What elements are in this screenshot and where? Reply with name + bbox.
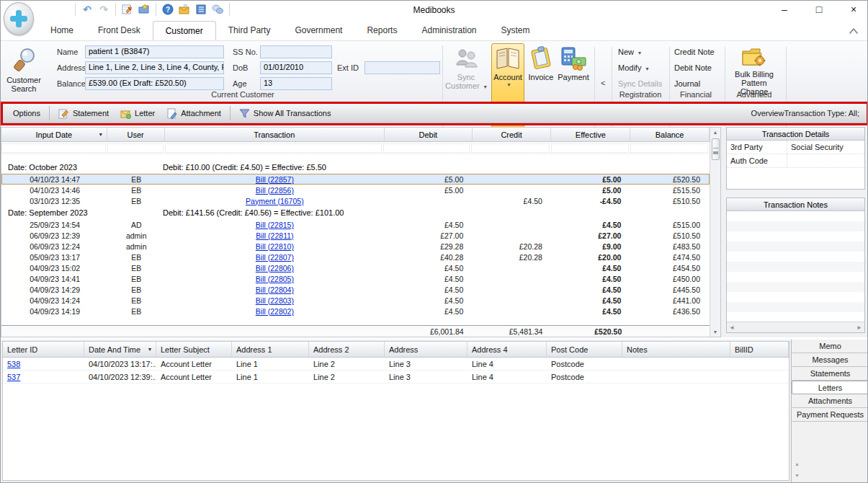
column-header-user[interactable]: User xyxy=(107,128,165,141)
ribbon-collapse-icon[interactable] xyxy=(849,27,860,37)
scroll-up-icon[interactable]: ▲ xyxy=(795,461,800,466)
transaction-link[interactable]: Payment (16705) xyxy=(246,197,304,205)
transaction-link[interactable]: Bill (22802) xyxy=(256,307,294,316)
tab-administration[interactable]: Administration xyxy=(409,21,488,40)
vertical-scrollbar[interactable]: ▲ ▼ xyxy=(710,128,720,337)
tab-home[interactable]: Home xyxy=(38,21,86,40)
sidebar-item-statements[interactable]: Statements xyxy=(792,367,868,381)
letter-id-link[interactable]: 537 xyxy=(7,373,20,381)
new-menu-item[interactable]: New ▾ xyxy=(618,46,671,58)
transaction-link[interactable]: Bill (22815) xyxy=(256,221,294,229)
transaction-row[interactable]: 05/09/23 13:17EBBill (22807)£40.28£20.28… xyxy=(1,252,710,262)
app-menu-button[interactable] xyxy=(4,2,34,35)
tab-front-desk[interactable]: Front Desk xyxy=(86,21,153,40)
tab-system[interactable]: System xyxy=(489,21,542,40)
transaction-link[interactable]: Bill (22803) xyxy=(256,296,294,305)
sync-details-menu-item[interactable]: Sync Details xyxy=(618,78,671,89)
transaction-row[interactable]: 25/09/23 14:54ADBill (22815)£4.50£4.50£5… xyxy=(1,219,710,230)
scroll-left-icon[interactable]: ◄ xyxy=(729,324,735,331)
column-header-debit[interactable]: Debit xyxy=(385,128,473,141)
transaction-link[interactable]: Bill (22810) xyxy=(256,242,294,251)
options-button[interactable]: Options xyxy=(7,107,46,120)
filter-cell-credit[interactable] xyxy=(471,143,549,153)
transaction-link[interactable]: Bill (22807) xyxy=(256,253,294,262)
age-field[interactable]: 13 xyxy=(260,77,332,90)
maximize-button[interactable]: □ xyxy=(811,2,827,17)
filter-cell-user[interactable] xyxy=(107,143,164,153)
tab-customer[interactable]: Customer xyxy=(153,21,216,40)
letter-row[interactable]: 53804/10/2023 13:17:…Account LetterLine … xyxy=(3,358,789,371)
sidebar-item-letters[interactable]: Letters xyxy=(792,381,868,394)
ssno-field[interactable] xyxy=(260,45,332,58)
column-header-address-2[interactable]: Address 2 xyxy=(309,342,385,357)
name-field[interactable]: patient 1 (B3847) xyxy=(85,45,224,58)
tab-reports[interactable]: Reports xyxy=(354,21,409,40)
transaction-row[interactable]: 04/09/23 14:19EBBill (22802)£4.50£4.50£4… xyxy=(1,306,710,316)
transaction-link[interactable]: Bill (22857) xyxy=(256,175,294,184)
dob-field[interactable]: 01/01/2010 xyxy=(260,61,332,74)
transaction-link[interactable]: Bill (22805) xyxy=(256,275,294,283)
column-header-date-and-time[interactable]: Date And Time▾ xyxy=(84,342,156,357)
filter-cell-input-date[interactable] xyxy=(1,143,106,153)
column-header-letter-id[interactable]: Letter ID xyxy=(3,342,84,357)
modify-menu-item[interactable]: Modify ▾ xyxy=(618,62,671,74)
address-field[interactable]: Line 1, Line 2, Line 3, Line 4, County, … xyxy=(85,61,224,74)
tab-third-party[interactable]: Third Party xyxy=(216,21,283,40)
column-header-address-4[interactable]: Address 4 xyxy=(467,342,547,357)
extid-field[interactable] xyxy=(364,61,440,74)
sidebar-item-memo[interactable]: Memo xyxy=(792,340,868,353)
transaction-row[interactable]: 04/09/23 14:24EBBill (22803)£4.50£4.50£4… xyxy=(1,295,710,306)
column-header-billid[interactable]: BillID xyxy=(730,342,789,357)
transaction-row[interactable]: 03/10/23 12:35EBPayment (16705)£4.50-£4.… xyxy=(1,195,710,206)
horizontal-scrollbar[interactable]: ◄ ► xyxy=(727,322,864,332)
tab-government[interactable]: Government xyxy=(282,21,354,40)
credit-note-menu-item[interactable]: Credit Note xyxy=(674,46,728,58)
column-header-input-date[interactable]: Input Date▾ xyxy=(1,128,107,141)
minimize-button[interactable]: – xyxy=(777,2,792,17)
transaction-row[interactable]: 04/09/23 14:29EBBill (22804)£4.50£4.50£4… xyxy=(1,284,710,295)
column-header-credit[interactable]: Credit xyxy=(473,128,552,141)
column-header-letter-subject[interactable]: Letter Subject xyxy=(156,342,232,357)
column-header-address[interactable]: Address xyxy=(385,342,467,357)
column-header-transaction[interactable]: Transaction xyxy=(165,128,385,141)
transaction-row[interactable]: 06/09/23 12:24adminBill (22810)£29.28£20… xyxy=(1,241,710,252)
letter-row[interactable]: 53704/10/2023 12:39:…Account LetterLine … xyxy=(3,371,789,384)
filter-dropdown-icon[interactable]: ▾ xyxy=(99,131,102,138)
statement-button[interactable]: Statement xyxy=(53,106,115,121)
scroll-right-icon[interactable]: ► xyxy=(856,324,862,331)
transaction-link[interactable]: Bill (22811) xyxy=(256,231,293,240)
transaction-row[interactable]: 04/09/23 15:02EBBill (22806)£4.50£4.50£4… xyxy=(1,262,710,273)
letter-id-link[interactable]: 538 xyxy=(7,360,20,368)
close-button[interactable]: × xyxy=(846,2,862,17)
sidebar-item-attachments[interactable]: Attachments xyxy=(792,394,868,408)
transaction-row[interactable]: 04/10/23 14:47EBBill (22857)£5.00£5.00£5… xyxy=(1,174,710,185)
balance-field[interactable]: £539.00 (Ex Draft: £520.50) xyxy=(85,77,224,90)
attachment-button[interactable]: Attachment xyxy=(161,106,227,121)
column-header-effective[interactable]: Effective xyxy=(551,128,630,141)
scrollbar-thumb[interactable] xyxy=(712,138,720,160)
letter-button[interactable]: Letter xyxy=(115,106,161,121)
scroll-up-icon[interactable]: ▲ xyxy=(713,128,718,137)
debit-note-menu-item[interactable]: Debit Note xyxy=(674,62,728,74)
filter-cell-transaction[interactable] xyxy=(165,143,382,153)
transaction-row[interactable]: 04/09/23 14:41EBBill (22805)£4.50£4.50£4… xyxy=(1,273,710,284)
column-header-notes[interactable]: Notes xyxy=(622,342,730,357)
transaction-row[interactable]: 06/09/23 12:39adminBill (22811)£27.00£27… xyxy=(1,230,710,241)
journal-menu-item[interactable]: Journal xyxy=(674,78,728,89)
transaction-link[interactable]: Bill (22806) xyxy=(256,264,294,272)
column-header-address-1[interactable]: Address 1 xyxy=(232,342,309,357)
sidebar-item-payment-requests[interactable]: Payment Requests xyxy=(792,408,868,422)
column-header-balance[interactable]: Balance xyxy=(630,128,710,141)
filter-dropdown-icon[interactable]: ▾ xyxy=(148,346,151,353)
column-header-post-code[interactable]: Post Code xyxy=(547,342,622,357)
filter-cell-balance[interactable] xyxy=(630,143,708,153)
scroll-down-icon[interactable]: ▼ xyxy=(795,473,800,478)
show-all-transactions-button[interactable]: Show All Transactions xyxy=(233,106,337,121)
sidebar-item-messages[interactable]: Messages xyxy=(792,353,868,367)
filter-cell-effective[interactable] xyxy=(551,143,629,153)
collapse-group-button[interactable]: < xyxy=(598,76,608,90)
transaction-row[interactable]: 04/10/23 14:46EBBill (22856)£5.00£5.00£5… xyxy=(1,185,710,195)
scroll-down-icon[interactable]: ▼ xyxy=(713,327,718,337)
transaction-link[interactable]: Bill (22856) xyxy=(256,186,294,195)
filter-cell-debit[interactable] xyxy=(383,143,470,153)
